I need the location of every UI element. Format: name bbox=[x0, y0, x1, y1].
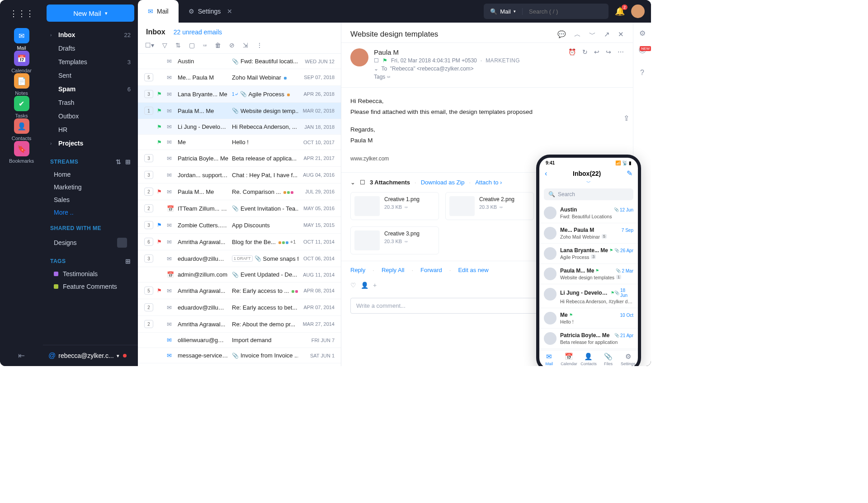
email-row[interactable]: ✉message-service@...📎Invoice from Invoic… bbox=[138, 348, 341, 363]
email-row[interactable]: 3✉eduardov@zillum.c...1 DRAFT📎Some snaps… bbox=[138, 250, 341, 267]
select-all-checkbox[interactable]: ☐▾ bbox=[145, 42, 154, 49]
help-icon[interactable]: ? bbox=[640, 69, 644, 77]
archive-icon[interactable]: ⇲ bbox=[243, 42, 248, 49]
attachment-card[interactable]: Creative 3.png20.3 KB ⎃ bbox=[350, 226, 439, 254]
add-tag-button[interactable]: ⊞ bbox=[125, 258, 131, 265]
mobile-email-row[interactable]: Me⚑10 OctHello ! bbox=[539, 308, 638, 329]
email-row[interactable]: ⚑✉MeHello !Oct 10, 2017 bbox=[138, 135, 341, 150]
email-row[interactable]: 5⚑✉Amritha Agrawal...Re: Early access to… bbox=[138, 282, 341, 299]
rail-bookmarks[interactable]: 🔖Bookmarks bbox=[9, 141, 34, 164]
user-avatar[interactable] bbox=[631, 5, 645, 18]
rail-contacts[interactable]: 👤Contacts bbox=[9, 118, 34, 141]
tag-icon[interactable]: ⎃ bbox=[203, 42, 207, 49]
share-icon[interactable]: ⇪ bbox=[623, 114, 629, 122]
shared-item[interactable]: Designs bbox=[43, 234, 138, 251]
email-row[interactable]: 2📅ITTeam Zillum... Me📎Event Invitation -… bbox=[138, 200, 341, 217]
edit-as-new-button[interactable]: Edit as new bbox=[458, 267, 488, 273]
snooze-icon[interactable]: ↻ bbox=[582, 48, 588, 56]
rail-calendar[interactable]: 📅Calendar bbox=[9, 51, 34, 73]
unread-count[interactable]: 22 unread emails bbox=[174, 28, 222, 36]
mobile-tab-mail[interactable]: ✉Mail bbox=[539, 350, 559, 366]
collapse-icon[interactable]: ⇤ bbox=[18, 351, 25, 361]
mobile-tab-settings[interactable]: ⚙Settings bbox=[618, 350, 638, 366]
email-row[interactable]: 3✉Patricia Boyle... MeBeta release of ap… bbox=[138, 150, 341, 167]
filter-icon[interactable]: ▽ bbox=[162, 42, 167, 49]
open-external-icon[interactable]: ↗ bbox=[604, 30, 610, 39]
more-actions-icon[interactable]: ⋯ bbox=[618, 48, 624, 56]
folder-icon[interactable]: ▢ bbox=[189, 42, 195, 49]
folder-sent[interactable]: Sent bbox=[43, 69, 138, 82]
attachment-card[interactable]: Creative 2.png20.3 KB ⎃ bbox=[445, 192, 534, 220]
reminder-icon[interactable]: ⏰ bbox=[568, 48, 576, 56]
sort-icon[interactable]: ⇅ bbox=[175, 42, 181, 49]
email-row[interactable]: 6⚑✉Amritha Agrawal...Blog for the Be...+… bbox=[138, 234, 341, 250]
folder-templates[interactable]: Templates3 bbox=[43, 55, 138, 69]
add-stream-button[interactable]: ⊞ bbox=[125, 158, 131, 165]
email-row[interactable]: 3✉Jordan... support@z...Chat : Hey Pat, … bbox=[138, 167, 341, 183]
email-row[interactable]: 2✉Amritha Agrawal...Re: About the demo p… bbox=[138, 316, 341, 333]
attach-to-link[interactable]: Attach to › bbox=[475, 179, 502, 186]
folder-spam[interactable]: Spam6 bbox=[43, 82, 138, 96]
flag-icon[interactable]: ⚑ bbox=[382, 57, 387, 64]
email-row[interactable]: 5✉Me... Paula MZoho Mail WebinarSep 07, … bbox=[138, 69, 341, 86]
search-scope-selector[interactable]: 🔍Mail▾ bbox=[484, 8, 523, 15]
tag-item[interactable]: Feature Comments bbox=[43, 280, 138, 293]
mobile-email-row[interactable]: Me... Paula M7 SepZoho Mail Webinar5 bbox=[539, 223, 638, 244]
checkbox-icon[interactable]: ☐ bbox=[374, 57, 379, 64]
person-icon[interactable]: 👤 bbox=[361, 282, 368, 289]
email-row[interactable]: 📅admin@zillum.com📎Event Updated - De...A… bbox=[138, 267, 341, 282]
sort-icon[interactable]: ⇅ bbox=[116, 158, 122, 165]
mobile-email-row[interactable]: Lana Bryante... Me⚑📎26 AprAgile Process3 bbox=[539, 244, 638, 264]
mobile-search-input[interactable]: 🔍Search bbox=[544, 188, 633, 200]
apps-grid-icon[interactable]: ⋮⋮⋮ bbox=[14, 5, 30, 22]
select-attachments-checkbox[interactable]: ☐ bbox=[360, 179, 365, 186]
mobile-compose-button[interactable]: ✎ bbox=[627, 169, 632, 178]
email-row[interactable]: 3⚑✉Zombie Cutters... le...App DiscountsM… bbox=[138, 217, 341, 234]
search-bar[interactable]: 🔍Mail▾ bbox=[484, 4, 609, 19]
stream-item[interactable]: Home bbox=[43, 168, 138, 181]
mobile-email-row[interactable]: Austin📎12 JunFwd: Beautiful Locations bbox=[539, 203, 638, 223]
email-row[interactable]: 2⚑✉Paula M... MeRe. Comparison ...Jul 29… bbox=[138, 183, 341, 200]
mobile-tab-files[interactable]: 📎Files bbox=[599, 350, 618, 366]
email-row[interactable]: ⚑✉Li Jung - DeveloperHi Rebecca Anderson… bbox=[138, 119, 341, 135]
mobile-tab-contacts[interactable]: 👤Contacts bbox=[579, 350, 599, 366]
mobile-email-row[interactable]: Paula M... Me⚑📎2 MarWebsite design templ… bbox=[539, 264, 638, 284]
chat-icon[interactable]: 💬 bbox=[557, 30, 566, 39]
next-email-button[interactable]: ﹀ bbox=[589, 30, 596, 39]
mobile-expand-icon[interactable]: ﹀ bbox=[539, 179, 638, 186]
prev-email-button[interactable]: ︿ bbox=[574, 30, 581, 39]
rail-tasks[interactable]: ✔Tasks bbox=[9, 96, 34, 118]
attachment-card[interactable]: Creative 1.png20.3 KB ⎃ bbox=[350, 192, 439, 220]
folder-projects[interactable]: ›Projects bbox=[43, 136, 138, 150]
expand-attachments-icon[interactable]: ⌄ bbox=[350, 179, 355, 186]
email-row[interactable]: ✉olilienwuaru@gmai...Import demandFri Ju… bbox=[138, 333, 341, 348]
expand-to-icon[interactable]: ⌄ bbox=[374, 66, 378, 72]
rail-notes[interactable]: 📄Notes bbox=[9, 73, 34, 96]
add-reaction-icon[interactable]: + bbox=[373, 282, 377, 289]
tab-settings[interactable]: ⚙Settings✕ bbox=[179, 0, 243, 23]
forward-icon[interactable]: ↪ bbox=[606, 48, 611, 56]
more-icon[interactable]: ⋮ bbox=[256, 42, 263, 49]
new-mail-button[interactable]: New Mail▾ bbox=[47, 5, 134, 22]
reply-icon[interactable]: ↩ bbox=[594, 48, 599, 56]
tag-item[interactable]: Testimonials bbox=[43, 268, 138, 280]
email-row[interactable]: 2✉eduardov@zillum.c...Re: Early access t… bbox=[138, 299, 341, 316]
email-row[interactable]: 3⚑✉Lana Bryante... Me1⤶📎Agile ProcessApr… bbox=[138, 86, 341, 103]
folder-inbox[interactable]: ›Inbox22 bbox=[43, 28, 138, 42]
like-icon[interactable]: ♡ bbox=[350, 282, 356, 289]
folder-drafts[interactable]: Drafts bbox=[43, 42, 138, 55]
search-input[interactable] bbox=[523, 8, 609, 15]
mobile-tab-calendar[interactable]: 📅Calendar bbox=[559, 350, 579, 366]
email-row[interactable]: ✉Austin📎Fwd: Beautiful locati...Wed Jun … bbox=[138, 54, 341, 69]
mobile-email-row[interactable]: Li Jung - Developer⚑📎18 JunHi Rebecca An… bbox=[539, 284, 638, 308]
rail-mail[interactable]: ✉Mail bbox=[9, 28, 34, 51]
trash-icon[interactable]: 🗑 bbox=[215, 42, 221, 49]
stream-item[interactable]: Sales bbox=[43, 193, 138, 206]
gear-icon[interactable]: ⚙ bbox=[639, 29, 646, 38]
forward-button[interactable]: Forward bbox=[420, 267, 442, 273]
tab-mail[interactable]: ✉Mail bbox=[138, 0, 179, 23]
folder-trash[interactable]: Trash bbox=[43, 96, 138, 109]
stream-item[interactable]: More .. bbox=[43, 206, 138, 219]
mobile-email-row[interactable]: Patricia Boyle... Me📎21 AprBeta release … bbox=[539, 329, 638, 349]
folder-outbox[interactable]: Outbox bbox=[43, 109, 138, 123]
